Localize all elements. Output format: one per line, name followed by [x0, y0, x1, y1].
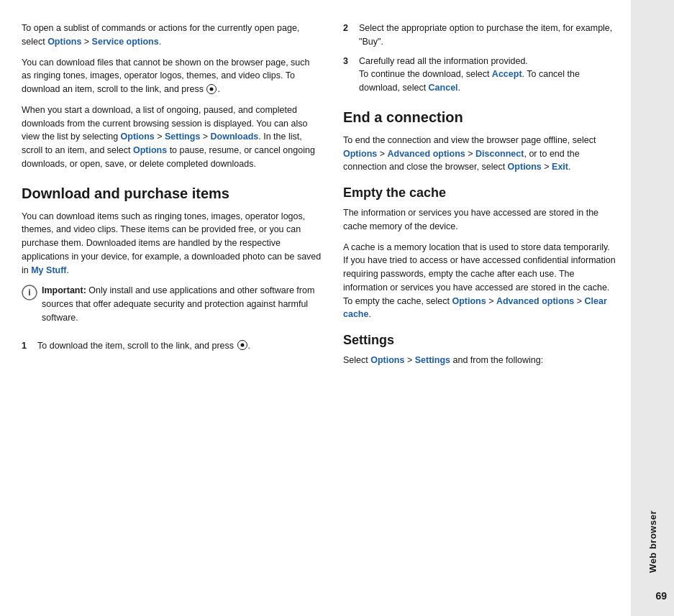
- end-connection-para: To end the connection and view the brows…: [343, 134, 616, 174]
- advanced-options-link-1[interactable]: Advanced options: [387, 149, 465, 159]
- step-2: 2 Select the appropriate option to purch…: [343, 22, 616, 49]
- exit-link[interactable]: Exit: [552, 162, 568, 172]
- select-icon-1: [206, 84, 217, 94]
- options-link-3[interactable]: Options: [133, 145, 167, 155]
- settings-link-1[interactable]: Settings: [165, 132, 200, 142]
- para4: You can download items such as ringing t…: [22, 210, 322, 277]
- sidebar-label: Web browser: [647, 510, 658, 573]
- cancel-link[interactable]: Cancel: [429, 83, 458, 93]
- options-cache-link[interactable]: Options: [452, 296, 486, 306]
- service-options-link[interactable]: Service options: [92, 37, 159, 47]
- heading-download-purchase: Download and purchase items: [22, 184, 322, 203]
- para3: When you start a download, a list of ong…: [22, 104, 322, 171]
- para2: You can download files that cannot be sh…: [22, 56, 322, 96]
- heading-end-connection: End a connection: [343, 108, 616, 127]
- settings-para: Select Options > Settings and from the f…: [343, 354, 616, 367]
- important-icon: i: [22, 285, 37, 300]
- svg-text:i: i: [28, 288, 30, 298]
- options-end-link[interactable]: Options: [343, 149, 377, 159]
- heading-settings: Settings: [343, 333, 616, 348]
- right-column: 2 Select the appropriate option to purch…: [343, 22, 616, 602]
- sidebar: Web browser 69: [631, 0, 674, 616]
- para1: To open a sublist of commands or actions…: [22, 22, 322, 49]
- cache-para2: A cache is a memory location that is use…: [343, 241, 616, 322]
- options-close-link[interactable]: Options: [508, 162, 542, 172]
- options-link-1[interactable]: Options: [47, 37, 81, 47]
- steps-list: 2 Select the appropriate option to purch…: [343, 22, 616, 95]
- main-content: To open a sublist of commands or actions…: [0, 0, 631, 616]
- settings-link-2[interactable]: Settings: [415, 355, 450, 365]
- advanced-options-link-2[interactable]: Advanced options: [496, 296, 574, 306]
- important-block: i Important: Only install and use applic…: [22, 284, 322, 331]
- important-text: Important: Only install and use applicat…: [42, 284, 322, 324]
- my-stuff-link[interactable]: My Stuff: [31, 265, 66, 275]
- heading-empty-cache: Empty the cache: [343, 185, 616, 201]
- select-icon-2: [237, 340, 247, 350]
- step-1: 1 To download the item, scroll to the li…: [22, 339, 322, 353]
- page-container: To open a sublist of commands or actions…: [0, 0, 674, 616]
- disconnect-link[interactable]: Disconnect: [475, 149, 524, 159]
- options-settings-link[interactable]: Options: [370, 355, 404, 365]
- accept-link[interactable]: Accept: [492, 69, 522, 79]
- downloads-link[interactable]: Downloads: [211, 132, 259, 142]
- step-3: 3 Carefully read all the information pro…: [343, 55, 616, 95]
- cache-para1: The information or services you have acc…: [343, 206, 616, 234]
- page-number: 69: [655, 590, 667, 602]
- left-column: To open a sublist of commands or actions…: [22, 22, 322, 602]
- options-link-2[interactable]: Options: [121, 132, 155, 142]
